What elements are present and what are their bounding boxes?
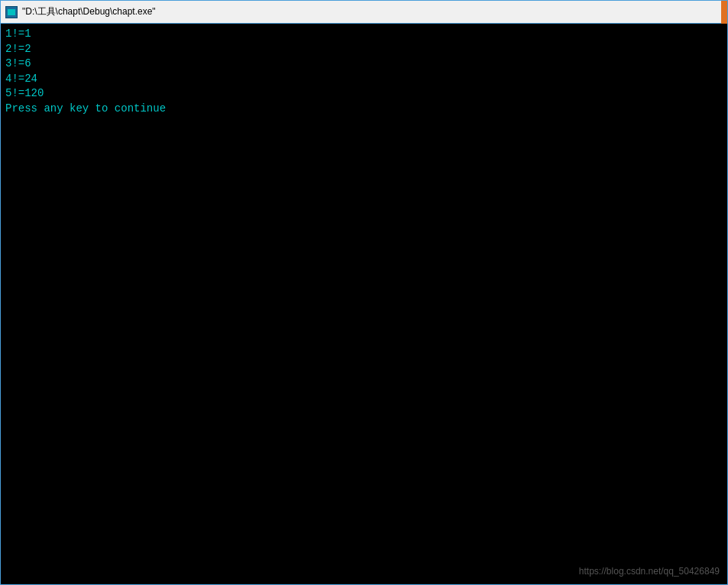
title-bar-controls	[721, 1, 727, 24]
console-line-6: Press any key to continue	[5, 102, 723, 117]
console-line-3: 3!=6	[5, 57, 723, 72]
console-line-2: 2!=2	[5, 42, 723, 57]
title-bar: "D:\工具\chapt\Debug\chapt.exe"	[1, 1, 727, 24]
watermark: https://blog.csdn.net/qq_50426849	[579, 566, 720, 577]
window-icon	[5, 6, 18, 18]
close-button[interactable]	[721, 1, 727, 24]
main-window: "D:\工具\chapt\Debug\chapt.exe" 1!=1 2!=2 …	[0, 0, 728, 585]
window-title: "D:\工具\chapt\Debug\chapt.exe"	[22, 5, 156, 18]
console-line-1: 1!=1	[5, 27, 723, 42]
console-line-5: 5!=120	[5, 86, 723, 102]
console-area: 1!=1 2!=2 3!=6 4!=24 5!=120 Press any ke…	[1, 24, 727, 584]
console-output: 1!=1 2!=2 3!=6 4!=24 5!=120 Press any ke…	[5, 27, 723, 117]
console-line-4: 4!=24	[5, 72, 723, 87]
